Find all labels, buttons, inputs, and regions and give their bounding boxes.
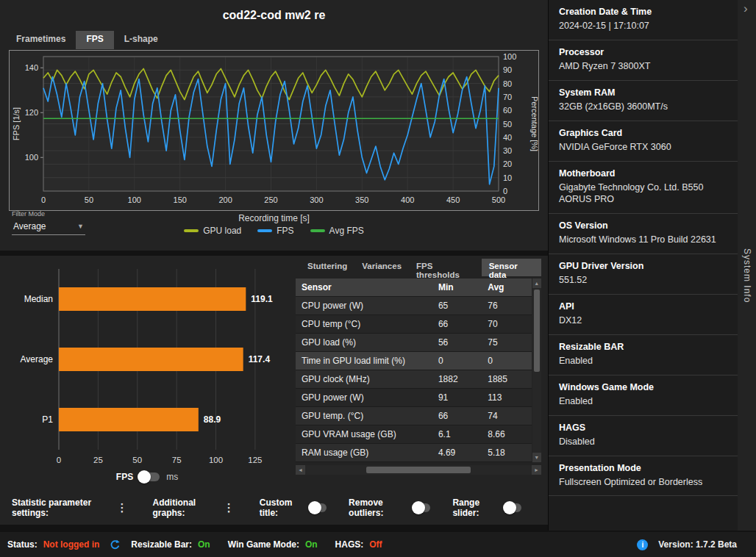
svg-text:100: 100 — [25, 153, 38, 162]
tab-frametimes[interactable]: Frametimes — [6, 31, 76, 49]
resizable-bar-label: Resizable Bar: — [131, 539, 192, 550]
column-header-sensor[interactable]: Sensor — [296, 278, 432, 297]
tab-sensor-data[interactable]: Sensor data — [482, 259, 541, 276]
vertical-scroll-thumb[interactable] — [534, 290, 540, 372]
sensor-data-area: StutteringVariancesFPS thresholdsSensor … — [296, 259, 541, 475]
sysinfo-label: GPU Driver Version — [559, 261, 727, 271]
filter-mode-value: Average — [13, 221, 46, 231]
sysinfo-processor: ProcessorAMD Ryzen 7 3800XT — [549, 40, 738, 81]
horizontal-scroll-track[interactable] — [305, 465, 532, 475]
svg-text:FPS [1/s]: FPS [1/s] — [12, 107, 21, 140]
sysinfo-value: Fullscreen Optimized or Borderless — [559, 476, 727, 489]
svg-text:70: 70 — [503, 93, 512, 101]
column-header-min[interactable]: Min — [432, 278, 482, 297]
fps-line-chart[interactable]: 0501001502002503003504004505000102030405… — [10, 51, 538, 210]
sensor-row-gpu-power-w-[interactable]: GPU power (W)91113 — [296, 389, 532, 407]
status-value: Not logged in — [43, 539, 100, 550]
remove-outliers-label: Remove outliers: — [349, 497, 407, 518]
toggle-knob — [503, 501, 516, 514]
svg-text:88.9: 88.9 — [204, 414, 221, 425]
tab-variances[interactable]: Variances — [354, 259, 409, 276]
legend-marker — [310, 229, 325, 232]
sensor-cell: 66 — [432, 407, 482, 425]
game-mode-label: Win Game Mode: — [228, 539, 299, 550]
sensor-cell: 1882 — [432, 370, 482, 389]
sensor-row-gpu-temp-c-[interactable]: GPU temp. (°C)6674 — [296, 407, 532, 425]
sensor-row-cpu-temp-c-[interactable]: CPU temp (°C)6670 — [296, 315, 532, 334]
record-title: cod22-cod mw2 re — [0, 0, 548, 31]
hags-label: HAGS: — [335, 539, 364, 550]
refresh-icon[interactable] — [110, 539, 121, 550]
system-info-items: Creation Date & Time2024-02-15 | 17:10:0… — [549, 0, 738, 496]
tab-l-shape[interactable]: L-shape — [114, 31, 168, 49]
legend-marker — [184, 229, 199, 232]
fps-ms-toggle[interactable] — [140, 472, 160, 481]
sysinfo-value: 551.52 — [559, 274, 727, 287]
sensor-row-time-in-gpu-load-limit-[interactable]: Time in GPU load limit (%)00 — [296, 352, 532, 370]
filter-mode-block: Filter Mode Average ▼ — [12, 210, 85, 235]
table-horizontal-scrollbar[interactable]: ◄ ► — [296, 465, 541, 475]
svg-text:50: 50 — [132, 456, 142, 464]
legend-label: GPU load — [203, 226, 241, 236]
sensor-cell: 91 — [432, 389, 482, 407]
legend-item-gpu-load[interactable]: GPU load — [184, 226, 241, 236]
svg-text:80: 80 — [503, 79, 512, 88]
svg-text:250: 250 — [264, 195, 277, 204]
toggle-knob — [412, 501, 425, 514]
system-info-sidebar: Creation Date & Time2024-02-15 | 17:10:0… — [548, 0, 738, 531]
sensor-row-gpu-vram-usage-gb-[interactable]: GPU VRAM usage (GB)6.18.66 — [296, 425, 532, 444]
sensor-cell: RAM usage (GB) — [296, 444, 432, 462]
sensor-cell: 76 — [482, 297, 531, 315]
sysinfo-value: DX12 — [559, 315, 727, 327]
sensor-row-gpu-load-[interactable]: GPU load (%)5675 — [296, 334, 532, 352]
sensor-row-gpu-clock-mhz-[interactable]: GPU clock (MHz)18821885 — [296, 370, 532, 389]
custom-title-toggle[interactable] — [310, 503, 327, 512]
svg-text:90: 90 — [503, 65, 512, 74]
vertical-scroll-track[interactable] — [532, 373, 541, 453]
scroll-right-arrow-icon[interactable]: ► — [532, 465, 541, 475]
svg-text:120: 120 — [25, 108, 38, 117]
tab-fps-thresholds[interactable]: FPS thresholds — [409, 259, 482, 276]
svg-text:Average: Average — [21, 354, 54, 364]
filter-mode-select[interactable]: Average ▼ — [12, 220, 85, 235]
legend-item-avg-fps[interactable]: Avg FPS — [310, 226, 364, 236]
sensor-cell: CPU temp (°C) — [296, 315, 432, 334]
sysinfo-value: AMD Ryzen 7 3800XT — [559, 60, 727, 73]
status-bar: Status: Not logged in Resizable Bar: On … — [0, 532, 756, 557]
info-icon[interactable]: i — [637, 539, 648, 550]
custom-title-label: Custom title: — [260, 497, 304, 518]
range-slider-toggle[interactable] — [505, 503, 521, 512]
sysinfo-label: Processor — [559, 47, 727, 57]
svg-text:Median: Median — [24, 294, 53, 304]
sensor-row-ram-usage-gb-[interactable]: RAM usage (GB)4.695.18 — [296, 444, 532, 462]
legend-label: Avg FPS — [329, 226, 364, 236]
statistics-bar-chart[interactable]: 0255075100125Median119.1Average117.4P188… — [6, 260, 294, 472]
sysinfo-resizable-bar: Resizable BAREnabled — [549, 335, 738, 375]
svg-text:100: 100 — [209, 456, 223, 464]
svg-text:100: 100 — [128, 195, 141, 204]
sensor-cell: 0 — [432, 352, 482, 370]
sysinfo-value: 32GB (2x16GB) 3600MT/s — [559, 101, 727, 113]
sysinfo-gpu-driver-version: GPU Driver Version551.52 — [549, 254, 738, 295]
tab-fps[interactable]: FPS — [76, 31, 113, 49]
ms-unit-label: ms — [166, 472, 178, 482]
sysinfo-value: 2024-02-15 | 17:10:07 — [559, 20, 727, 32]
tab-stuttering[interactable]: Stuttering — [300, 259, 354, 276]
sensor-cell: 113 — [482, 389, 531, 407]
collapse-sidebar-chevron-icon[interactable]: › — [743, 1, 748, 16]
sensor-cell: GPU load (%) — [296, 334, 432, 352]
sensor-cell: GPU clock (MHz) — [296, 370, 432, 389]
sensor-row-cpu-power-w-[interactable]: CPU power (W)6576 — [296, 297, 532, 315]
legend-item-fps[interactable]: FPS — [257, 226, 293, 236]
scroll-left-arrow-icon[interactable]: ◄ — [296, 465, 305, 475]
additional-graphs-menu-icon[interactable]: ⋮ — [221, 501, 238, 514]
scroll-down-arrow-icon[interactable]: ▼ — [532, 453, 541, 462]
svg-text:50: 50 — [85, 195, 93, 204]
horizontal-scroll-thumb[interactable] — [366, 467, 471, 473]
column-header-avg[interactable]: Avg — [482, 278, 531, 297]
svg-text:75: 75 — [172, 456, 182, 464]
table-vertical-scrollbar[interactable]: ▲ ▼ — [532, 278, 541, 462]
scroll-up-arrow-icon[interactable]: ▲ — [532, 278, 541, 288]
remove-outliers-toggle[interactable] — [414, 503, 430, 512]
statistic-settings-menu-icon[interactable]: ⋮ — [114, 501, 131, 514]
